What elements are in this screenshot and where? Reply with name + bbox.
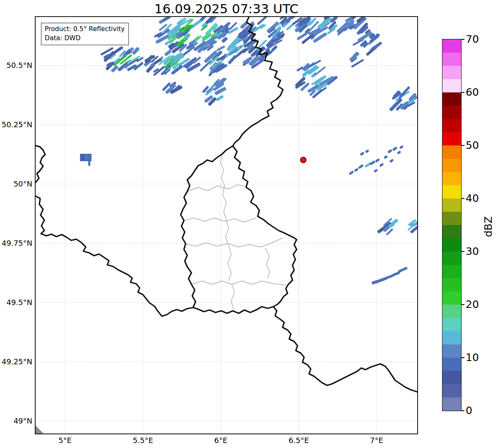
country-border	[35, 196, 193, 316]
colorbar-tick-value: 0	[466, 404, 472, 417]
colorbar-tick-value: 50	[466, 139, 479, 152]
region-border	[185, 238, 283, 247]
longitude-tick-label: 6.5°E	[280, 436, 317, 445]
colorbar-unit-label: dBZ	[482, 216, 494, 237]
colorbar-segment	[442, 371, 461, 384]
region-border	[187, 185, 247, 191]
colorbar-tick-value: 20	[466, 298, 479, 311]
colorbar-segment	[442, 318, 461, 331]
colorbar-segment	[442, 305, 461, 318]
latitude-tick-label: 50.5°N	[0, 61, 32, 70]
colorbar-tick-value: 60	[466, 86, 479, 99]
echo-streak	[354, 168, 358, 172]
latitude-tick-label: 49.25°N	[0, 357, 32, 367]
colorbar-tick-value: 40	[466, 192, 479, 205]
echo-streak	[216, 45, 225, 51]
region-border	[231, 284, 234, 310]
echo-streak	[365, 149, 370, 153]
echo-streak	[387, 149, 392, 154]
colorbar-segment	[442, 252, 461, 265]
colorbar-segment	[442, 278, 461, 291]
colorbar-segment	[442, 199, 461, 212]
colorbar-segment	[442, 291, 461, 305]
colorbar-tick-value: 70	[466, 33, 479, 46]
latitude-tick-label: 49.75°N	[0, 238, 32, 248]
colorbar-segment	[442, 172, 461, 185]
colorbar-segment	[442, 397, 461, 411]
region-borders	[184, 154, 287, 310]
product-info-box: Product: 0.5° Reflectivity Data: DWD	[41, 23, 129, 45]
region-border	[184, 218, 256, 222]
latitude-tick-label: 50°N	[0, 179, 32, 189]
colorbar-segment	[442, 132, 461, 145]
region-border	[225, 220, 229, 245]
colorbar-segment	[442, 185, 461, 199]
echo-streak	[358, 164, 364, 169]
echo-streak	[227, 27, 238, 34]
colorbar-segment	[442, 119, 461, 132]
echo-streak	[389, 159, 394, 163]
colorbar-segment	[442, 53, 461, 66]
echo-streak	[375, 158, 380, 163]
echo-streak	[384, 155, 388, 159]
echo-block	[86, 155, 88, 160]
echo-streak	[365, 162, 371, 168]
colorbar-segment	[442, 225, 461, 238]
colorbar-segment	[442, 159, 461, 172]
radar-range-edge	[35, 425, 44, 434]
colorbar-tick-value: 10	[466, 351, 479, 364]
colorbar-segment	[442, 66, 461, 79]
colorbar-tick-value: 30	[466, 245, 479, 258]
colorbar-tick	[462, 357, 464, 358]
region-border	[191, 281, 287, 285]
echo-streak	[392, 146, 398, 151]
region-border	[223, 186, 226, 220]
colorbar-tick	[462, 39, 464, 40]
echo-block	[88, 161, 90, 166]
colorbar-segment	[442, 358, 461, 371]
latitude-tick-label: 50.25°N	[0, 120, 32, 130]
echo-streak	[371, 41, 382, 51]
latitude-tick-label: 49.5°N	[0, 298, 32, 308]
echo-streak	[349, 170, 354, 175]
colorbar-tick	[462, 304, 464, 305]
radar-site-marker	[300, 157, 306, 163]
country-borders	[35, 17, 418, 392]
echo-streak	[371, 280, 378, 285]
echo-streak	[228, 55, 237, 65]
weather-radar-page: 16.09.2025 07:33 UTC Product: 0.5° Refle…	[0, 0, 498, 448]
colorbar-segment	[442, 79, 461, 92]
colorbar-segment	[442, 145, 461, 159]
reflectivity-colorbar	[442, 39, 462, 411]
product-line: Product: 0.5° Reflectivity	[45, 24, 125, 34]
colorbar-segment	[442, 92, 461, 106]
colorbar-tick	[462, 410, 464, 411]
region-border	[265, 248, 270, 278]
radar-map-canvas	[0, 0, 498, 448]
latitude-tick-label: 49°N	[0, 416, 32, 426]
echo-streak	[399, 145, 404, 149]
longitude-tick-label: 5°E	[46, 436, 84, 445]
longitude-tick-label: 5.5°E	[124, 436, 162, 445]
colorbar-segment	[442, 384, 461, 397]
echo-streak	[398, 266, 408, 273]
colorbar-segment	[442, 265, 461, 278]
colorbar-segment	[442, 39, 461, 53]
echo-streak	[379, 163, 384, 167]
echo-streak	[397, 150, 401, 155]
country-border	[273, 307, 418, 392]
colorbar-tick	[462, 92, 464, 93]
region-border	[228, 245, 231, 281]
longitude-tick-label: 7°E	[358, 436, 395, 445]
echo-streak	[360, 152, 364, 156]
colorbar-segment	[442, 331, 461, 344]
echo-streak	[374, 169, 378, 173]
colorbar-tick	[462, 251, 464, 252]
country-border	[181, 146, 297, 313]
colorbar-tick	[462, 198, 464, 199]
colorbar-segment	[442, 212, 461, 225]
echo-streak	[257, 13, 270, 25]
colorbar-segment	[442, 344, 461, 358]
longitude-tick-label: 6°E	[202, 436, 239, 445]
colorbar-segment	[442, 106, 461, 119]
